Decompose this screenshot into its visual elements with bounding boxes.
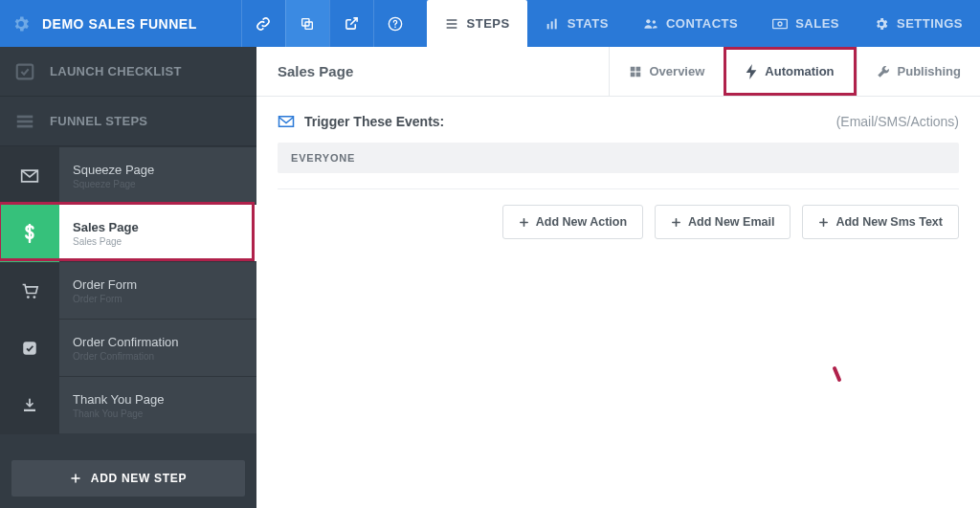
plus-icon (70, 473, 81, 484)
svg-point-10 (646, 19, 650, 23)
help-icon[interactable] (373, 0, 417, 47)
add-new-action-label: Add New Action (536, 215, 627, 229)
step-title: Order Confirmation (73, 335, 179, 349)
checklist-icon (13, 61, 36, 82)
tab-settings-label: SETTINGS (897, 16, 963, 31)
add-new-step-button[interactable]: ADD NEW STEP (11, 460, 245, 497)
tab-contacts-label: CONTACTS (666, 16, 738, 31)
plus-icon (671, 217, 681, 228)
step-list: Squeeze Page Squeeze Page Sales Page Sal… (0, 146, 256, 449)
svg-point-19 (33, 296, 36, 298)
tab-contacts[interactable]: CONTACTS (626, 0, 755, 47)
step-title: Thank You Page (73, 392, 164, 407)
step-title: Order Form (73, 277, 137, 292)
chart-icon (545, 16, 560, 32)
subtab-overview-label: Overview (650, 64, 705, 78)
funnel-title: DEMO SALES FUNNEL (42, 16, 197, 32)
menu-icon (13, 111, 36, 132)
gear-icon[interactable] (11, 14, 31, 33)
copy-icon[interactable] (285, 0, 329, 47)
list-icon (444, 16, 459, 32)
subtab-automation-label: Automation (765, 64, 834, 78)
svg-rect-14 (17, 64, 33, 78)
dollar-icon (0, 205, 59, 262)
funnel-steps[interactable]: FUNNEL STEPS (0, 97, 256, 146)
step-order-form[interactable]: Order Form Order Form (0, 261, 256, 319)
cart-icon (0, 262, 59, 320)
step-sub: Squeeze Page (73, 179, 154, 189)
launch-checklist-label: LAUNCH CHECKLIST (50, 64, 182, 78)
svg-rect-22 (635, 66, 640, 71)
svg-rect-9 (554, 18, 556, 29)
svg-point-18 (27, 296, 30, 298)
svg-point-3 (394, 26, 396, 28)
envelope-icon (278, 115, 295, 128)
step-sales-page[interactable]: Sales Page Sales Page (0, 204, 256, 261)
link-icon[interactable] (241, 0, 285, 47)
funnel-steps-label: FUNNEL STEPS (50, 114, 147, 128)
subtab-publishing[interactable]: Publishing (857, 47, 980, 96)
svg-rect-8 (550, 21, 552, 29)
svg-rect-21 (630, 66, 635, 71)
step-sub: Order Confirmation (73, 351, 179, 362)
tab-stats[interactable]: STATS (527, 0, 626, 47)
tab-steps-label: STEPS (467, 16, 510, 31)
svg-rect-17 (17, 124, 33, 127)
bolt-icon (746, 64, 757, 79)
group-label: EVERYONE (291, 152, 355, 164)
step-order-confirmation[interactable]: Order Confirmation Order Confirmation (0, 319, 256, 376)
subtab-overview[interactable]: Overview (609, 47, 724, 96)
step-sub: Order Form (73, 294, 137, 304)
svg-rect-7 (546, 24, 548, 29)
tab-stats-label: STATS (568, 16, 609, 31)
money-icon (772, 16, 788, 32)
step-title: Sales Page (73, 220, 139, 234)
svg-rect-23 (630, 72, 635, 77)
quick-tools (241, 0, 417, 47)
step-squeeze-page[interactable]: Squeeze Page Squeeze Page (0, 146, 256, 204)
envelope-icon (0, 147, 59, 205)
grid-icon (629, 65, 642, 78)
tab-steps[interactable]: STEPS (427, 0, 527, 47)
trigger-title: Trigger These Events: (304, 114, 444, 129)
check-square-icon (0, 320, 59, 377)
svg-rect-16 (17, 120, 33, 122)
trigger-note: (Email/SMS/Actions) (836, 114, 959, 129)
tab-settings[interactable]: SETTINGS (857, 0, 980, 47)
svg-rect-15 (17, 115, 33, 118)
tab-sales-label: SALES (795, 16, 839, 31)
download-icon (0, 377, 59, 434)
gear-icon (874, 16, 889, 32)
wrench-icon (877, 65, 890, 78)
step-thank-you-page[interactable]: Thank You Page Thank You Page (0, 376, 256, 433)
add-new-action-button[interactable]: Add New Action (502, 205, 643, 239)
plus-icon (818, 217, 829, 228)
divider (278, 188, 959, 189)
step-sub: Thank You Page (73, 409, 164, 419)
plus-icon (519, 217, 529, 228)
svg-rect-24 (635, 72, 640, 77)
step-title: Squeeze Page (73, 163, 154, 177)
add-new-email-button[interactable]: Add New Email (655, 205, 791, 239)
page-title: Sales Page (256, 47, 609, 96)
tab-sales[interactable]: SALES (755, 0, 857, 47)
subtab-automation[interactable]: Automation (724, 47, 856, 96)
add-new-sms-button[interactable]: Add New Sms Text (802, 205, 959, 239)
subtab-publishing-label: Publishing (898, 64, 961, 78)
external-link-icon[interactable] (329, 0, 373, 47)
add-new-sms-label: Add New Sms Text (835, 215, 943, 229)
group-everyone[interactable]: EVERYONE (278, 143, 959, 173)
svg-point-13 (778, 22, 782, 26)
svg-point-11 (652, 20, 655, 23)
add-new-step-label: ADD NEW STEP (91, 472, 187, 485)
svg-rect-12 (773, 19, 788, 28)
contacts-icon (643, 16, 658, 32)
launch-checklist[interactable]: LAUNCH CHECKLIST (0, 47, 256, 97)
add-new-email-label: Add New Email (688, 215, 774, 229)
svg-rect-20 (23, 342, 36, 355)
step-sub: Sales Page (73, 236, 139, 247)
